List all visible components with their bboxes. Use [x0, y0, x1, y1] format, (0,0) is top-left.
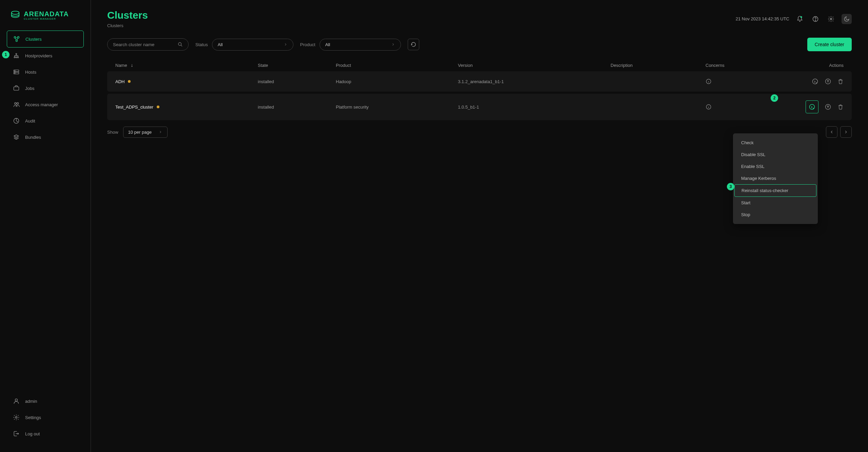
- table-header: Name State Product Version Description C…: [107, 59, 852, 71]
- sidebar-item-label: Jobs: [25, 86, 34, 91]
- product-filter-value: All: [325, 42, 330, 47]
- row-delete-button[interactable]: [837, 104, 844, 110]
- bell-icon: [796, 16, 803, 22]
- product-filter-label: Product: [300, 42, 315, 47]
- concern-info-button[interactable]: [706, 104, 712, 110]
- arenadata-logo-icon: [10, 10, 20, 20]
- clusters-icon: [13, 36, 20, 42]
- sidebar-item-label: Audit: [25, 118, 35, 124]
- sidebar-item-label: Clusters: [25, 37, 42, 42]
- sidebar-item-clusters[interactable]: Clusters: [7, 31, 84, 48]
- pager-next-button[interactable]: [840, 126, 852, 138]
- svg-point-18: [801, 16, 802, 18]
- per-page-select[interactable]: 10 per page: [123, 127, 168, 138]
- product-filter-select[interactable]: All: [320, 39, 401, 51]
- brand-logo: ARENADATA CLUSTER MANAGER: [0, 7, 91, 31]
- svg-point-21: [830, 18, 832, 20]
- sidebar-item-label: Settings: [25, 415, 41, 420]
- info-icon: [706, 104, 712, 110]
- table-row[interactable]: Test_ADPS_cluster installed Platform sec…: [107, 94, 852, 120]
- col-header-product: Product: [336, 63, 458, 68]
- cluster-version: 1.0.5_b1-1: [458, 105, 611, 110]
- row-delete-button[interactable]: [837, 78, 844, 84]
- action-menu-item-manage-kerberos[interactable]: Manage Kerberos: [733, 172, 818, 184]
- sidebar-item-bundles[interactable]: Bundles: [7, 129, 84, 145]
- svg-point-0: [12, 11, 19, 14]
- svg-point-10: [15, 71, 15, 71]
- sidebar-item-label: Access manager: [25, 102, 58, 107]
- create-cluster-button[interactable]: Create cluster: [807, 38, 852, 51]
- sidebar-item-label: Bundles: [25, 135, 41, 140]
- theme-toggle-button[interactable]: [842, 14, 852, 24]
- callout-1: 1: [2, 51, 9, 58]
- svg-point-4: [14, 57, 15, 58]
- cluster-product: Platform security: [336, 105, 458, 110]
- sidebar-item-access-manager[interactable]: Access manager: [7, 96, 84, 113]
- notifications-button[interactable]: [795, 14, 805, 24]
- svg-point-13: [15, 102, 16, 104]
- search-input-field[interactable]: [113, 42, 178, 47]
- concern-info-button[interactable]: [706, 78, 712, 84]
- status-dot-icon: [128, 80, 131, 83]
- chevron-left-icon: [829, 130, 834, 134]
- action-menu-item-start[interactable]: Start: [733, 197, 818, 209]
- status-filter-label: Status: [195, 42, 208, 47]
- jobs-icon: [13, 85, 20, 92]
- sidebar-item-audit[interactable]: Audit: [7, 113, 84, 129]
- sidebar-item-admin[interactable]: admin: [7, 393, 84, 409]
- status-filter-select[interactable]: All: [212, 39, 293, 51]
- cluster-name[interactable]: Test_ADPS_cluster: [115, 105, 153, 110]
- sidebar-item-label: admin: [25, 399, 37, 404]
- sidebar-item-settings[interactable]: Settings: [7, 409, 84, 426]
- hosts-icon: [13, 69, 20, 75]
- chevron-right-icon: [158, 130, 162, 134]
- row-actions-button[interactable]: [812, 78, 818, 85]
- per-page-value: 10 per page: [128, 130, 152, 135]
- brand-name: ARENADATA: [24, 11, 69, 17]
- col-header-description: Description: [611, 63, 706, 68]
- sidebar-item-logout[interactable]: Log out: [7, 426, 84, 442]
- sidebar-item-jobs[interactable]: Jobs: [7, 80, 84, 96]
- cluster-name[interactable]: ADH: [115, 79, 124, 84]
- cluster-state: installed: [258, 79, 336, 84]
- refresh-button[interactable]: [408, 39, 419, 50]
- brand-subtitle: CLUSTER MANAGER: [24, 17, 69, 20]
- row-actions-button[interactable]: [806, 100, 818, 113]
- action-menu-item-check[interactable]: Check: [733, 137, 818, 149]
- breadcrumb: Clusters: [107, 23, 148, 28]
- header-datetime: 21 Nov 2023 14:42:35 UTC: [736, 16, 789, 21]
- action-menu-item-stop[interactable]: Stop: [733, 209, 818, 221]
- svg-point-16: [15, 399, 18, 401]
- search-input[interactable]: [107, 38, 189, 51]
- actions-icon: [812, 78, 818, 85]
- svg-point-11: [15, 73, 15, 74]
- svg-point-7: [16, 53, 17, 54]
- row-upgrade-button[interactable]: [825, 103, 831, 110]
- row-actions-menu: Check Disable SSL Enable SSL Manage Kerb…: [733, 133, 818, 224]
- sidebar-item-label: Hostproviders: [25, 53, 52, 58]
- table-row[interactable]: ADH installed Hadoop 3.1.2_arenadata1_b1…: [107, 71, 852, 92]
- action-menu-item-enable-ssl[interactable]: Enable SSL: [733, 161, 818, 172]
- col-header-name[interactable]: Name: [115, 63, 127, 68]
- pager-prev-button[interactable]: [826, 126, 837, 138]
- svg-point-3: [16, 40, 18, 42]
- action-menu-item-disable-ssl[interactable]: Disable SSL: [733, 149, 818, 161]
- help-button[interactable]: [810, 14, 821, 24]
- bundles-icon: [13, 134, 20, 140]
- svg-point-5: [16, 57, 17, 58]
- cluster-product: Hadoop: [336, 79, 458, 84]
- row-upgrade-button[interactable]: [825, 78, 831, 85]
- sort-desc-icon: [130, 63, 134, 68]
- sidebar-item-label: Log out: [25, 431, 40, 436]
- sidebar-item-hosts[interactable]: Hosts: [7, 64, 84, 80]
- svg-point-20: [815, 20, 815, 20]
- col-header-state: State: [258, 63, 336, 68]
- sidebar-item-hostproviders[interactable]: Hostproviders: [7, 48, 84, 64]
- access-manager-icon: [13, 101, 20, 108]
- refresh-icon: [410, 41, 417, 48]
- settings-button[interactable]: [826, 14, 836, 24]
- cluster-state: installed: [258, 105, 336, 110]
- action-menu-item-reinstall-status-checker[interactable]: Reinstall status-checker: [734, 184, 816, 197]
- gear-icon: [828, 16, 834, 22]
- callout-3: 3: [727, 183, 734, 190]
